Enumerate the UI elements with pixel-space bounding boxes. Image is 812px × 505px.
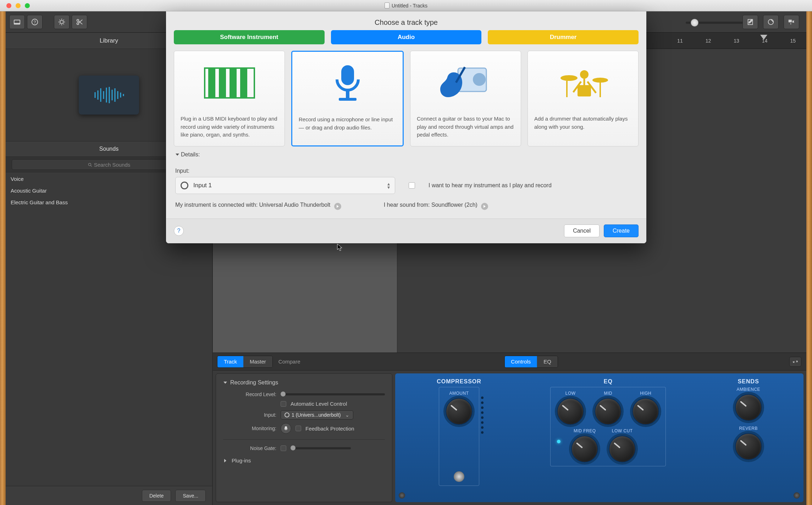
- create-button[interactable]: Create: [604, 224, 639, 237]
- mono-input-icon: [181, 182, 188, 189]
- card-description: Plug in a USB MIDI keyboard to play and …: [181, 115, 278, 139]
- card-description: Connect a guitar or bass to your Mac to …: [417, 115, 514, 139]
- svg-point-36: [592, 78, 608, 83]
- card-description: Add a drummer that automatically plays a…: [534, 115, 632, 131]
- details-disclosure[interactable]: Details:: [166, 146, 646, 158]
- cancel-button[interactable]: Cancel: [564, 224, 600, 237]
- guitar-amp-art-icon: [437, 58, 494, 108]
- tab-drummer[interactable]: Drummer: [488, 30, 639, 44]
- svg-rect-26: [219, 68, 226, 98]
- svg-point-38: [580, 70, 589, 79]
- card-audio-guitar[interactable]: Connect a guitar or bass to your Mac to …: [410, 51, 521, 146]
- output-device-text: I hear sound from: Soundflower (2ch): [384, 202, 488, 210]
- svg-rect-28: [240, 68, 247, 98]
- tab-software-instrument[interactable]: Software Instrument: [174, 30, 325, 44]
- goto-audio-prefs-button[interactable]: [334, 203, 341, 210]
- svg-rect-27: [230, 68, 237, 98]
- drummer-art-icon: [555, 58, 612, 108]
- svg-rect-37: [578, 85, 591, 96]
- svg-rect-30: [346, 90, 349, 98]
- details-label: Details:: [181, 151, 200, 158]
- disclosure-down-icon: [175, 152, 179, 157]
- microphone-art-icon: [319, 59, 376, 109]
- mouse-cursor: [337, 244, 343, 253]
- modal-input-select[interactable]: Input 1 ▴▾: [175, 177, 395, 194]
- svg-rect-25: [208, 68, 215, 98]
- svg-rect-29: [341, 65, 354, 85]
- tab-audio[interactable]: Audio: [331, 30, 482, 44]
- svg-rect-31: [339, 98, 357, 101]
- modal-help-button[interactable]: ?: [174, 226, 184, 236]
- hear-instrument-label: I want to hear my instrument as I play a…: [429, 182, 552, 189]
- instrument-connection-text: My instrument is connected with: Univers…: [175, 202, 341, 210]
- modal-title: Choose a track type: [166, 11, 646, 30]
- card-software-instrument[interactable]: Plug in a USB MIDI keyboard to play and …: [174, 51, 285, 146]
- keyboard-art-icon: [201, 58, 258, 108]
- hear-instrument-checkbox[interactable]: [409, 182, 415, 189]
- card-audio-mic[interactable]: Record using a microphone or line input …: [291, 51, 404, 146]
- svg-point-35: [560, 75, 578, 81]
- new-track-modal: Choose a track type Software Instrument …: [166, 11, 646, 243]
- select-stepper-icon: ▴▾: [387, 182, 390, 189]
- card-drummer[interactable]: Add a drummer that automatically plays a…: [527, 51, 639, 146]
- modal-input-value: Input 1: [193, 182, 212, 189]
- goto-output-prefs-button[interactable]: [481, 203, 488, 210]
- svg-point-33: [473, 73, 486, 86]
- card-description: Record using a microphone or line input …: [299, 116, 396, 132]
- modal-input-label: Input:: [175, 168, 637, 174]
